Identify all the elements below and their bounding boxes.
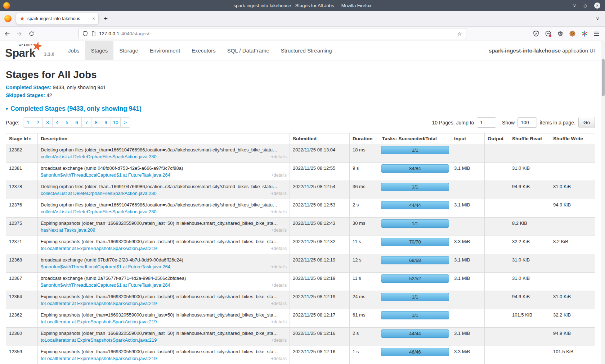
duration-cell: 1 s: [350, 346, 379, 364]
header-shuffle-read[interactable]: Shuffle Read: [509, 133, 550, 144]
nav-item-jobs[interactable]: Jobs: [62, 41, 85, 60]
nav-item-stages[interactable]: Stages: [85, 41, 114, 60]
window-minimize-button[interactable]: ∨: [573, 3, 576, 8]
scrollbar-thumb[interactable]: [602, 59, 605, 96]
shuffle-write-cell: 31.0 KiB: [550, 181, 595, 199]
details-toggle[interactable]: +details: [271, 190, 287, 197]
tasks-cell: 52/52: [379, 273, 451, 291]
back-button[interactable]: [4, 31, 10, 37]
completed-stages-link[interactable]: Completed Stages:: [6, 85, 51, 90]
details-toggle[interactable]: +details: [271, 264, 287, 270]
header-input[interactable]: Input: [451, 133, 485, 144]
browser-tab[interactable]: spark-ingest-into-lakehous ×: [16, 13, 98, 24]
stage-callsite-link[interactable]: $anonfun$withThreadLocalCaptured$1 at Fu…: [41, 282, 287, 288]
nav-item-storage[interactable]: Storage: [113, 41, 144, 60]
stage-description: Expiring snapshots (older_than=166932055…: [41, 238, 287, 245]
header-submitted[interactable]: Submitted: [290, 133, 350, 144]
stage-callsite-link[interactable]: toLocalIterator at ExpireSnapshotsSparkA…: [41, 318, 287, 325]
tracking-protection-shield-icon[interactable]: [82, 31, 88, 36]
stage-callsite-link[interactable]: toLocalIterator at ExpireSnapshotsSparkA…: [41, 337, 287, 343]
details-toggle[interactable]: +details: [271, 154, 287, 160]
stage-callsite-link[interactable]: $anonfun$withThreadLocalCaptured$1 at Fu…: [41, 172, 287, 178]
nav-item-structured-streaming[interactable]: Structured Streaming: [275, 41, 338, 60]
pagination-page-button[interactable]: 9: [101, 117, 111, 128]
stages-page: Stages for All Jobs Completed Stages:943…: [0, 69, 605, 364]
page-info-icon[interactable]: [91, 31, 96, 36]
firefox-view-icon[interactable]: [4, 15, 12, 22]
reload-button[interactable]: [29, 31, 34, 36]
stage-callsite-link[interactable]: $anonfun$withThreadLocalCaptured$1 at Fu…: [41, 263, 287, 270]
pagination-page-button[interactable]: 8: [91, 117, 101, 128]
jump-to-page-input[interactable]: [477, 117, 496, 128]
window-maximize-button[interactable]: ◇: [583, 3, 587, 8]
stage-callsite-link[interactable]: toLocalIterator at ExpireSnapshotsSparkA…: [41, 300, 287, 307]
new-tab-button[interactable]: +: [104, 15, 108, 22]
stage-callsite-link[interactable]: collectAsList at DeleteOrphanFilesSparkA…: [41, 153, 287, 160]
pagination-page-button[interactable]: 10: [111, 117, 121, 128]
details-toggle[interactable]: +details: [271, 282, 287, 289]
header-shuffle-write[interactable]: Shuffle Write: [550, 133, 595, 144]
extension-cookie-icon[interactable]: [569, 31, 575, 37]
forward-button[interactable]: [17, 31, 22, 37]
url-bar[interactable]: 127.0.0.1 :4040/stages/ ☆: [78, 28, 466, 39]
pagination-page-button[interactable]: >: [120, 117, 130, 128]
hamburger-menu-icon[interactable]: [594, 32, 599, 36]
pagination-page-button[interactable]: 1: [23, 117, 33, 128]
sort-descending-icon: ▾: [29, 137, 31, 141]
nav-item-sql-dataframe[interactable]: SQL / DataFrame: [221, 41, 275, 60]
tasks-cell: 1/1: [379, 291, 451, 309]
details-toggle[interactable]: +details: [271, 172, 287, 179]
page-title: Stages for All Jobs: [6, 69, 595, 81]
details-toggle[interactable]: +details: [271, 209, 287, 215]
tasks-progress-bar: 44/44: [381, 201, 449, 209]
description-cell: Deleting orphan files (older_than=166910…: [38, 199, 290, 218]
go-button[interactable]: Go: [578, 117, 595, 128]
stage-description: Deleting orphan files (older_than=166910…: [41, 183, 287, 190]
details-toggle[interactable]: +details: [271, 227, 287, 234]
details-toggle[interactable]: +details: [271, 355, 287, 362]
extension-colorful-asterisk-icon[interactable]: [582, 31, 588, 37]
header-stage-id[interactable]: Stage Id▾: [6, 133, 38, 144]
extension-shield-check-icon[interactable]: [533, 31, 539, 37]
pagination-page-button[interactable]: 3: [42, 117, 53, 128]
pagination-page-button[interactable]: 5: [62, 117, 72, 128]
pagination-page-button[interactable]: 7: [81, 117, 91, 128]
extension-mask-icon[interactable]: [545, 31, 551, 37]
details-toggle[interactable]: +details: [271, 337, 287, 344]
shuffle-write-cell: 94.9 KiB: [550, 328, 595, 346]
show-text: . Show: [499, 120, 515, 126]
stage-callsite-link[interactable]: hasNext at Tasks.java:209: [41, 227, 287, 233]
stage-callsite-link[interactable]: collectAsList at DeleteOrphanFilesSparkA…: [41, 190, 287, 197]
spark-logo[interactable]: APACHE Spark: [5, 41, 44, 60]
stage-callsite-link[interactable]: toLocalIterator at ExpireSnapshotsSparkA…: [41, 245, 287, 252]
header-tasks[interactable]: Tasks: Succeeded/Total: [379, 133, 451, 144]
pagination-page-button[interactable]: 2: [33, 117, 43, 128]
details-toggle[interactable]: +details: [271, 245, 287, 252]
header-duration[interactable]: Duration: [350, 133, 379, 144]
shuffle-write-cell: [550, 144, 595, 163]
nav-item-environment[interactable]: Environment: [144, 41, 186, 60]
url-path: :4040/stages/: [120, 31, 149, 36]
list-tabs-chevron-icon[interactable]: ∨: [596, 16, 599, 21]
page-scrollbar[interactable]: [601, 41, 605, 364]
details-toggle[interactable]: +details: [271, 319, 287, 326]
skipped-stages-link[interactable]: Skipped Stages:: [6, 92, 45, 98]
completed-stages-section-toggle[interactable]: ▾ Completed Stages (9433, only showing 9…: [6, 105, 595, 113]
items-per-page-input[interactable]: [517, 117, 537, 128]
header-description[interactable]: Description: [38, 133, 290, 144]
details-toggle[interactable]: +details: [271, 300, 287, 307]
tab-close-icon[interactable]: ×: [92, 16, 95, 21]
nav-item-executors[interactable]: Executors: [186, 41, 221, 60]
table-header-row: Stage Id▾ Description Submitted Duration…: [6, 133, 595, 144]
stage-callsite-link[interactable]: collectAsList at DeleteOrphanFilesSparkA…: [41, 208, 287, 215]
tab-bar: spark-ingest-into-lakehous × + ∨: [0, 11, 605, 27]
stage-callsite-link[interactable]: toLocalIterator at ExpireSnapshotsSparkA…: [41, 355, 287, 362]
extension-ublock-icon[interactable]: [557, 31, 563, 37]
pagination-page-button[interactable]: 6: [72, 117, 82, 128]
header-output[interactable]: Output: [485, 133, 509, 144]
tasks-progress-bar: 84/84: [381, 164, 449, 173]
window-close-button[interactable]: ×: [594, 3, 600, 9]
output-cell: [485, 254, 509, 273]
bookmark-star-icon[interactable]: ☆: [457, 31, 462, 37]
pagination-page-button[interactable]: 4: [52, 117, 62, 128]
